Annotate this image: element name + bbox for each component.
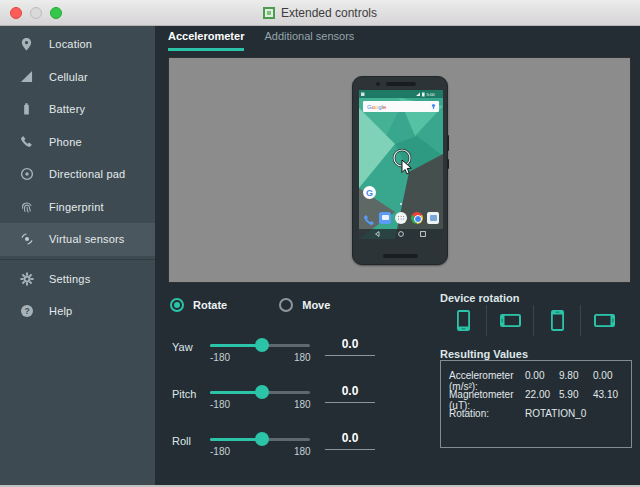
sidebar-item-label: Settings xyxy=(49,273,90,285)
sidebar-item-battery[interactable]: Battery xyxy=(0,93,155,126)
rotate-reverse-portrait-button[interactable] xyxy=(534,305,581,336)
sidebar-item-label: Cellular xyxy=(49,71,88,83)
svg-text:?: ? xyxy=(24,306,29,316)
virtual-sensors-icon xyxy=(19,232,34,247)
sidebar-item-virtual-sensors[interactable]: Virtual sensors xyxy=(0,223,155,256)
rotate-radio[interactable]: Rotate xyxy=(170,298,227,312)
titlebar: Extended controls xyxy=(0,0,640,26)
sidebar-item-cellular[interactable]: Cellular xyxy=(0,61,155,94)
window-title: Extended controls xyxy=(281,6,377,20)
sidebar-item-fingerprint[interactable]: Fingerprint xyxy=(0,191,155,224)
sidebar: Location Cellular Battery Phone xyxy=(0,26,155,485)
extended-controls-window: Extended controls Location Cellular xyxy=(0,0,640,487)
title-wrap: Extended controls xyxy=(263,6,377,20)
phone-handset-icon xyxy=(19,134,34,149)
yaw-value-field[interactable]: 0.0 xyxy=(325,337,375,351)
speaker-slot xyxy=(383,254,418,258)
yaw-value-underline xyxy=(325,355,375,356)
tab-accelerometer[interactable]: Accelerometer xyxy=(168,30,244,51)
zoom-button[interactable] xyxy=(50,7,62,19)
front-camera-dot xyxy=(376,82,380,86)
photos-app-icon[interactable] xyxy=(427,212,439,224)
rotate-landscape-left-button[interactable] xyxy=(487,305,534,336)
sidebar-item-label: Battery xyxy=(49,103,85,115)
gear-icon xyxy=(19,271,34,286)
minimize-button xyxy=(30,7,42,19)
device-rotation-label: Device rotation xyxy=(440,292,519,304)
emulator-app-icon xyxy=(263,7,275,19)
move-radio-label: Move xyxy=(302,299,330,311)
sidebar-item-settings[interactable]: Settings xyxy=(0,263,155,296)
dock xyxy=(359,210,443,225)
chrome-app-icon[interactable] xyxy=(411,212,423,224)
sidebar-divider xyxy=(0,259,155,260)
sidebar-item-phone[interactable]: Phone xyxy=(0,126,155,159)
magnetometer-x: 22.00 xyxy=(525,389,555,403)
google-app-icon[interactable]: G xyxy=(363,186,376,199)
sidebar-item-label: Phone xyxy=(49,136,82,148)
roll-slider-thumb[interactable] xyxy=(255,432,269,446)
yaw-slider-thumb[interactable] xyxy=(255,338,269,352)
drag-cursor xyxy=(389,146,419,180)
battery-icon xyxy=(19,102,34,117)
resulting-values-label: Resulting Values xyxy=(440,348,528,360)
sidebar-item-label: Fingerprint xyxy=(49,201,104,213)
magnetometer-y: 5.90 xyxy=(559,389,589,403)
pitch-value-underline xyxy=(325,402,375,403)
accelerometer-y: 9.80 xyxy=(559,370,589,384)
sidebar-item-dpad[interactable]: Directional pad xyxy=(0,158,155,191)
pitch-slider-track[interactable] xyxy=(210,391,310,394)
magnetometer-row: Magnetometer (uT): 22.00 5.90 43.10 xyxy=(449,389,631,403)
location-pin-icon xyxy=(19,37,34,52)
accelerometer-row: Accelerometer (m/s²): 0.00 9.80 0.00 xyxy=(449,370,631,384)
device-screen: 5:00 Google G xyxy=(359,90,443,239)
window-controls xyxy=(10,7,62,19)
phone-app-icon[interactable] xyxy=(363,212,375,224)
sidebar-item-help[interactable]: ? Help xyxy=(0,295,155,328)
status-time: 5:00 xyxy=(427,92,436,97)
accelerometer-row-label: Accelerometer (m/s²): xyxy=(449,370,521,384)
pitch-value-field[interactable]: 0.0 xyxy=(325,384,375,398)
yaw-max-label: 180 xyxy=(294,352,310,363)
roll-slider-track[interactable] xyxy=(210,438,310,441)
app-drawer-icon[interactable] xyxy=(395,212,407,224)
device-preview-panel[interactable]: 5:00 Google G xyxy=(168,57,631,283)
volume-button xyxy=(447,135,449,151)
move-radio[interactable]: Move xyxy=(279,298,330,312)
sidebar-item-label: Help xyxy=(49,305,72,317)
yaw-label: Yaw xyxy=(172,341,193,353)
pitch-max-label: 180 xyxy=(294,399,310,410)
dpad-icon xyxy=(19,167,34,182)
pitch-min-label: -180 xyxy=(210,399,230,410)
roll-min-label: -180 xyxy=(210,446,230,457)
virtual-device[interactable]: 5:00 Google G xyxy=(352,76,448,265)
phone-landscape-right-icon xyxy=(593,309,616,332)
roll-max-label: 180 xyxy=(294,446,310,457)
sidebar-item-location[interactable]: Location xyxy=(0,28,155,61)
rotate-landscape-right-button[interactable] xyxy=(581,305,628,336)
sidebar-item-label: Directional pad xyxy=(49,168,125,180)
pitch-slider-thumb[interactable] xyxy=(255,385,269,399)
fingerprint-icon xyxy=(19,199,34,214)
tab-bar: Accelerometer Additional sensors xyxy=(168,30,354,51)
yaw-slider-row: Yaw -180 180 0.0 xyxy=(172,336,417,370)
page-indicator-dot xyxy=(400,203,402,205)
phone-landscape-left-icon xyxy=(499,309,522,332)
accelerometer-x: 0.00 xyxy=(525,370,555,384)
mic-icon xyxy=(432,104,435,107)
device-rotation-buttons xyxy=(440,305,628,336)
tab-additional-sensors[interactable]: Additional sensors xyxy=(264,30,354,51)
pitch-slider-row: Pitch -180 180 0.0 xyxy=(172,383,417,417)
rotate-portrait-button[interactable] xyxy=(440,305,487,336)
radio-circle-icon xyxy=(170,298,184,312)
close-button[interactable] xyxy=(10,7,22,19)
main-panel: Accelerometer Additional sensors xyxy=(155,26,640,485)
resulting-values-box: Accelerometer (m/s²): 0.00 9.80 0.00 Mag… xyxy=(440,360,632,448)
yaw-slider-track[interactable] xyxy=(210,344,310,347)
rotate-radio-label: Rotate xyxy=(193,299,227,311)
roll-slider-row: Roll -180 180 0.0 xyxy=(172,430,417,464)
roll-value-field[interactable]: 0.0 xyxy=(325,431,375,445)
rotation-row: Rotation: ROTATION_0 xyxy=(449,408,631,422)
messenger-app-icon[interactable] xyxy=(379,212,391,224)
sidebar-item-label: Virtual sensors xyxy=(49,233,125,245)
